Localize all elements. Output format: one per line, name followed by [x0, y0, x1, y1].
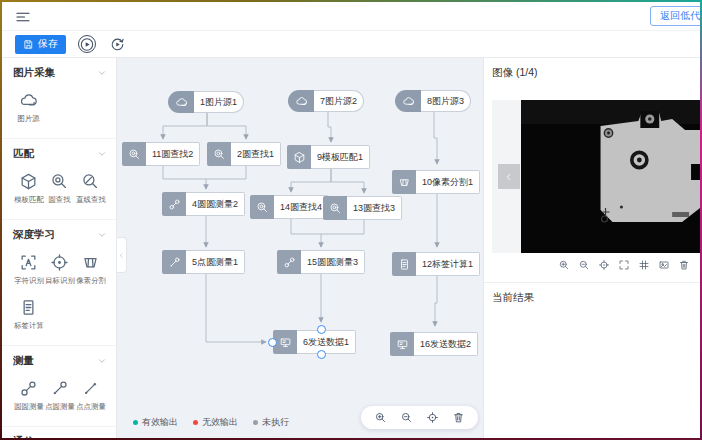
tool-point-point-measure[interactable]: 点点测量	[75, 379, 106, 415]
chevron-left-icon	[118, 252, 125, 259]
cube-icon	[287, 145, 311, 169]
node-circle-find-4[interactable]: 14圆查找4	[250, 195, 329, 219]
trash-icon[interactable]	[678, 259, 690, 271]
previous-image-button[interactable]	[498, 164, 520, 189]
canvas-controls	[361, 406, 478, 429]
node-circle-find-3[interactable]: 13圆查找3	[323, 196, 402, 220]
node-circle-circle-measure-2[interactable]: 4圆圆测量2	[162, 192, 245, 216]
node-circle-find-2[interactable]: 11圆查找2	[122, 142, 200, 166]
run-once-button[interactable]	[78, 35, 96, 53]
port-top[interactable]	[317, 325, 326, 334]
node-label: 15圆圆测量3	[301, 250, 365, 274]
node-label: 13圆查找3	[347, 196, 402, 220]
tool-template-match[interactable]: 模板匹配	[13, 172, 44, 208]
cloud-image-icon	[288, 90, 314, 112]
save-icon	[23, 39, 34, 50]
tool-line-find[interactable]: 直线查找	[75, 172, 106, 208]
grid-icon[interactable]	[638, 259, 650, 271]
node-label: 8图片源3	[421, 90, 471, 112]
node-image-source-3[interactable]: 8图片源3	[395, 90, 471, 112]
flow-canvas[interactable]: 1图片源1 7图片源2 8图片源3 11圆查找2 2圆查找1 9模板匹配1 10…	[117, 58, 483, 438]
section-measure: 测量 圆圆测量 点圆测量 点点测量	[2, 346, 116, 427]
doc-icon	[392, 252, 416, 276]
section-header[interactable]: 通信	[13, 435, 107, 438]
node-image-source-2[interactable]: 7图片源2	[288, 90, 364, 112]
node-point-circle-measure-1[interactable]: 5点圆测量1	[162, 250, 245, 274]
zoom-out-icon[interactable]	[578, 259, 590, 271]
replay-icon	[109, 36, 126, 53]
node-label: 10像素分割1	[416, 170, 480, 194]
zoom-in-icon[interactable]	[374, 411, 387, 424]
node-send-data-2[interactable]: 16发送数据2	[390, 332, 478, 356]
segment-icon	[392, 170, 416, 194]
measure-circle-circle-icon	[162, 192, 186, 216]
line-find-icon	[81, 172, 100, 191]
tool-target-recognition[interactable]: 目标识别	[44, 253, 75, 289]
locate-icon[interactable]	[598, 259, 610, 271]
section-header[interactable]: 深度学习	[13, 228, 107, 242]
circle-find-icon	[122, 142, 146, 166]
run-loop-button[interactable]	[108, 35, 126, 53]
node-circle-find-1[interactable]: 2圆查找1	[207, 142, 281, 166]
section-header[interactable]: 图片采集	[13, 66, 107, 80]
tool-circle-circle-measure[interactable]: 圆圆测量	[13, 379, 44, 415]
tool-label-calc[interactable]: 标签计算	[13, 298, 44, 334]
legend-not-executed: 未执行	[253, 416, 289, 429]
node-send-data-1-selected[interactable]: 6发送数据1	[273, 330, 356, 354]
node-circle-circle-measure-3[interactable]: 15圆圆测量3	[277, 250, 365, 274]
save-button[interactable]: 保存	[15, 35, 66, 54]
chevron-down-icon	[97, 356, 107, 366]
node-label: 16发送数据2	[414, 332, 478, 356]
locate-icon[interactable]	[426, 411, 439, 424]
invalid-dot	[193, 420, 198, 425]
circle-find-icon	[250, 195, 274, 219]
measure-circle-circle-icon	[277, 250, 301, 274]
current-result-section: 当前结果	[484, 282, 700, 305]
node-template-match-1[interactable]: 9模板匹配1	[287, 145, 370, 169]
chevron-down-icon	[97, 437, 107, 438]
section-matching: 匹配 模板匹配 圆查找 直线查找	[2, 139, 116, 220]
section-header[interactable]: 匹配	[13, 147, 107, 161]
tool-point-circle-measure[interactable]: 点圆测量	[44, 379, 75, 415]
not-executed-dot	[253, 420, 258, 425]
inspection-image[interactable]	[521, 100, 700, 253]
fullscreen-icon[interactable]	[618, 259, 630, 271]
trash-icon[interactable]	[452, 411, 465, 424]
node-label: 6发送数据1	[297, 330, 356, 354]
measure-point-circle-icon	[50, 379, 69, 398]
node-label: 1图片源1	[194, 91, 244, 113]
section-header[interactable]: 测量	[13, 354, 107, 368]
circle-find-icon	[323, 196, 347, 220]
tool-pixel-segment[interactable]: 像素分割	[75, 253, 106, 289]
tool-char-recognition[interactable]: 字符识别	[13, 253, 44, 289]
tool-image-source[interactable]: 图片源	[13, 91, 44, 127]
toolbar: 保存	[2, 31, 700, 58]
send-icon	[390, 332, 414, 356]
menu-icon[interactable]	[14, 8, 32, 26]
node-label: 12标签计算1	[416, 252, 480, 276]
legend-valid-output: 有效输出	[133, 416, 178, 429]
image-compare-icon[interactable]	[658, 259, 670, 271]
preview-title: 图像 (1/4)	[484, 58, 700, 80]
tool-circle-find[interactable]: 圆查找	[44, 172, 75, 208]
measure-circle-circle-icon	[19, 379, 38, 398]
port-left[interactable]	[268, 338, 277, 347]
port-bottom[interactable]	[317, 350, 326, 359]
doc-icon	[19, 298, 38, 317]
cube-icon	[19, 172, 38, 191]
chevron-down-icon	[97, 230, 107, 240]
node-label: 2圆查找1	[231, 142, 281, 166]
node-image-source-1[interactable]: 1图片源1	[168, 91, 244, 113]
back-to-lowcode-button[interactable]: 返回低代	[650, 6, 702, 26]
node-label: 9模板匹配1	[311, 145, 370, 169]
measure-point-circle-icon	[162, 250, 186, 274]
node-label: 11圆查找2	[146, 142, 200, 166]
node-label-calc-1[interactable]: 12标签计算1	[392, 252, 480, 276]
zoom-in-icon[interactable]	[558, 259, 570, 271]
node-label: 7图片源2	[314, 90, 364, 112]
zoom-out-icon[interactable]	[400, 411, 413, 424]
sidebar-collapse-handle[interactable]	[117, 237, 127, 273]
cloud-image-icon	[395, 90, 421, 112]
node-pixel-segment-1[interactable]: 10像素分割1	[392, 170, 480, 194]
valid-dot	[133, 420, 138, 425]
